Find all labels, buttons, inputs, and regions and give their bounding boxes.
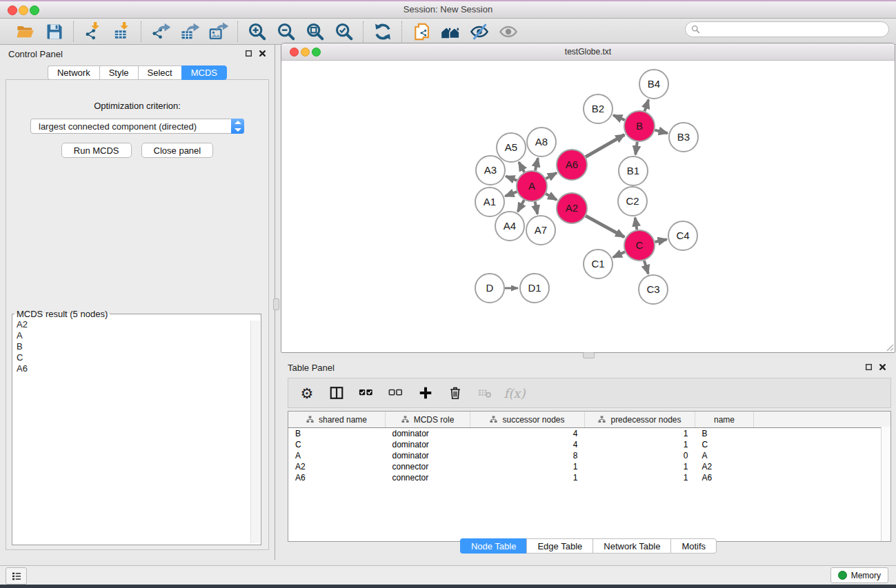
graph-node-B[interactable]: B [624,111,655,141]
table-cell[interactable]: A [695,450,754,461]
graph-node-A7[interactable]: A7 [526,216,555,245]
graph-node-C[interactable]: C [624,230,655,261]
column-header-predecessor-nodes[interactable]: predecessor nodes [585,412,695,428]
graph-node-A8[interactable]: A8 [527,128,556,156]
graph-node-A5[interactable]: A5 [497,133,526,162]
graph-edge-A-A2[interactable] [546,194,557,200]
graph-node-C2[interactable]: C2 [618,187,647,216]
graph-node-D1[interactable]: D1 [520,274,549,303]
graph-node-A1[interactable]: A1 [475,187,504,216]
table-cell[interactable]: B [288,428,386,440]
network-window-titlebar[interactable]: testGlobe.txt [281,43,895,61]
graph-node-C1[interactable]: C1 [584,250,613,278]
graph-node-A4[interactable]: A4 [495,212,524,241]
close-panel-icon[interactable] [879,363,886,371]
table-cell[interactable]: A [288,450,386,461]
graph-edge-C-C2[interactable] [635,218,637,230]
mcds-result-item[interactable]: A2 [17,319,261,330]
duplicate-network-icon[interactable] [411,21,432,42]
save-session-icon[interactable] [44,21,65,42]
graph-edge-B-B1[interactable] [635,142,637,154]
export-image-icon[interactable] [208,21,229,42]
hide-graphics-details-icon[interactable] [469,21,490,42]
table-cell[interactable]: 1 [470,461,585,472]
graph-node-C3[interactable]: C3 [639,275,668,304]
table-cell[interactable]: A2 [288,461,386,472]
zoom-in-icon[interactable] [247,21,268,42]
graph-edge-C-C3[interactable] [644,261,648,274]
column-header-MCDS-role[interactable]: MCDS role [386,412,470,428]
column-header-shared-name[interactable]: shared name [288,412,386,428]
tab-edge-table[interactable]: Edge Table [526,538,593,554]
close-panel-button[interactable]: Close panel [141,143,214,158]
graph-edge-B-B2[interactable] [613,115,625,120]
table-cell[interactable]: 1 [585,428,695,440]
table-cell[interactable]: 8 [470,450,585,461]
horizontal-split-grip[interactable] [583,352,595,358]
graph-node-B2[interactable]: B2 [584,94,613,123]
import-table-icon[interactable] [112,21,132,42]
graph-edge-A6-B[interactable] [586,134,624,156]
show-graphics-details-icon[interactable] [498,21,519,42]
table-cell[interactable]: 1 [470,472,585,483]
select-all-icon[interactable] [357,384,375,402]
vertical-split-grip[interactable] [273,298,279,310]
tab-network-table[interactable]: Network Table [593,538,670,554]
graph-edge-A-A8[interactable] [535,158,538,170]
open-file-icon[interactable] [15,21,36,42]
mcds-result-item[interactable]: C [17,352,261,363]
graph-edge-B-B3[interactable] [655,130,667,134]
tab-node-table[interactable]: Node Table [460,538,527,554]
graph-edge-A-A3[interactable] [506,176,517,181]
table-cell[interactable]: connector [386,472,470,483]
tab-motifs[interactable]: Motifs [670,538,717,554]
zoom-out-icon[interactable] [276,21,297,42]
table-cell[interactable]: A6 [288,472,386,483]
table-row[interactable]: Adominator80A [288,450,890,461]
zoom-selected-icon[interactable] [334,21,355,42]
table-cell[interactable]: 1 [585,472,695,483]
graph-node-A[interactable]: A [517,171,547,201]
memory-button[interactable]: Memory [830,567,888,583]
table-cell[interactable]: dominator [386,439,470,450]
graph-node-B1[interactable]: B1 [619,156,648,185]
mcds-result-item[interactable]: A6 [17,363,261,374]
search-box[interactable] [685,21,889,37]
graph-edge-C-C4[interactable] [655,239,667,242]
graph-node-B4[interactable]: B4 [639,70,668,99]
export-table-icon[interactable] [179,21,200,42]
criterion-select[interactable]: largest connected component (directed) [30,119,244,134]
graph-node-B3[interactable]: B3 [669,123,698,152]
table-cell[interactable]: connector [386,461,470,472]
deselect-all-icon[interactable] [387,384,405,402]
split-panel-icon[interactable] [328,384,346,402]
table-cell[interactable]: 1 [585,439,695,450]
table-row[interactable]: A2connector11A2 [288,461,890,472]
graph-edge-A-A6[interactable] [546,173,557,179]
table-row[interactable]: Cdominator41C [288,439,890,450]
table-cell[interactable]: A2 [695,461,754,472]
search-input[interactable] [704,23,888,37]
table-cell[interactable]: dominator [386,428,470,440]
graph-edge-A-A4[interactable] [518,200,524,212]
float-panel-icon[interactable] [865,363,873,371]
table-cell[interactable]: A6 [695,472,754,483]
import-network-icon[interactable] [83,21,103,42]
tab-mcds[interactable]: MCDS [181,65,227,80]
graph-node-A2[interactable]: A2 [557,193,587,223]
table-cell[interactable]: 1 [585,461,695,472]
mcds-result-item[interactable]: B [17,341,261,352]
zoom-fit-icon[interactable] [305,21,326,42]
table-scrollbar[interactable] [881,427,890,541]
graph-edge-A2-C[interactable] [586,216,624,237]
table-row[interactable]: Bdominator41B [288,428,890,440]
close-panel-icon[interactable] [259,50,266,57]
resize-grip-icon[interactable] [886,343,894,352]
result-scrollbar[interactable] [250,321,260,543]
table-row[interactable]: A6connector11A6 [288,472,890,483]
run-mcds-button[interactable]: Run MCDS [61,143,132,158]
graph-edge-A-A1[interactable] [506,192,517,196]
table-cell[interactable]: 0 [585,450,695,461]
table-cell[interactable]: C [695,439,754,450]
table-cell[interactable]: dominator [386,450,470,461]
